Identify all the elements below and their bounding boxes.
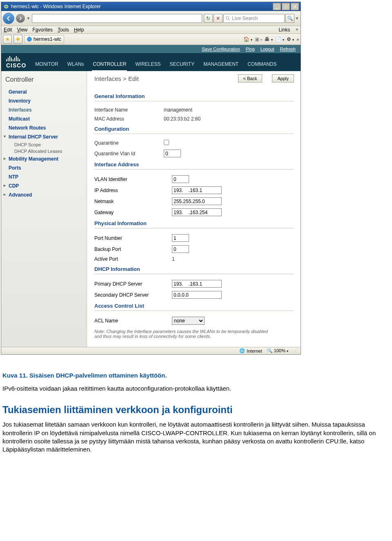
search-input[interactable]: Live Search: [223, 14, 285, 23]
menu-links[interactable]: Links: [278, 27, 290, 33]
menu-edit[interactable]: Edit: [4, 27, 12, 33]
doc-paragraph-1: IPv6-ositteita voidaan jakaa reitittimen…: [2, 385, 390, 393]
section-iface: Interface Address: [94, 161, 294, 170]
tab-monitor[interactable]: MONITOR: [34, 59, 59, 71]
resize-grip-icon[interactable]: ⋰: [293, 348, 298, 353]
page-icon[interactable]: 📄 ▾: [275, 36, 284, 42]
menu-help[interactable]: Help: [74, 27, 84, 33]
section-phys: Physical Information: [94, 220, 294, 228]
tab-controller[interactable]: CONTROLLER: [92, 59, 127, 71]
netmask-input[interactable]: [172, 197, 222, 205]
sidebar-sub-dhcp-scope[interactable]: DHCP Scope: [3, 141, 85, 148]
print-icon[interactable]: 🖶 ▾: [265, 36, 272, 42]
home-icon[interactable]: 🏠 ▾: [243, 36, 252, 42]
menu-favorites[interactable]: Favorites: [33, 27, 53, 33]
sidebar-item-internal-dhcp[interactable]: Internal DHCP Server: [3, 132, 85, 141]
window-title: hermes1-wlc - Windows Internet Explorer: [11, 4, 273, 9]
chevron-right-icon[interactable]: »: [296, 27, 298, 33]
backup-port-input[interactable]: [172, 245, 189, 253]
label-backup-port: Backup Port: [94, 246, 172, 252]
sidebar-item-ports[interactable]: Ports: [3, 163, 85, 172]
add-favorite-icon[interactable]: ✚: [13, 35, 22, 44]
label-secondary-dhcp: Secondary DHCP Server: [94, 292, 172, 298]
zone-label: Internet: [247, 349, 262, 353]
acl-name-select[interactable]: none: [172, 317, 205, 325]
ie-titlebar: hermes1-wlc - Windows Internet Explorer …: [1, 2, 301, 11]
maximize-button[interactable]: □: [282, 3, 290, 10]
menu-tools[interactable]: Tools: [58, 27, 69, 33]
label-quarantine: Quarantine: [94, 140, 164, 146]
label-vlan: VLAN Identifier: [94, 177, 172, 182]
value-active-port: 1: [172, 256, 175, 262]
port-num-input[interactable]: [172, 234, 189, 242]
main-content: Interfaces > Edit < Back Apply General I…: [87, 71, 301, 347]
ip-input[interactable]: [172, 186, 222, 194]
label-primary-dhcp: Primary DHCP Server: [94, 281, 172, 287]
close-button[interactable]: ✕: [291, 3, 299, 10]
logout-link[interactable]: Logout: [261, 47, 274, 51]
sidebar-item-general[interactable]: General: [3, 87, 85, 96]
sidebar-item-network-routes[interactable]: Network Routes: [3, 123, 85, 132]
feeds-icon[interactable]: ▣ ▾: [255, 36, 262, 42]
search-go-button[interactable]: 🔍: [285, 14, 294, 23]
sidebar-item-advanced[interactable]: Advanced: [3, 190, 85, 199]
browser-tab[interactable]: hermes1-wlc: [24, 35, 64, 43]
note-text: Note: Changing the Interface parameters …: [94, 329, 270, 339]
menu-view[interactable]: View: [17, 27, 28, 33]
doc-heading: Tukiasemien liittäminen verkkoon ja konf…: [2, 404, 390, 416]
back-nav-button[interactable]: [3, 13, 14, 24]
tab-commands[interactable]: COMMANDS: [247, 59, 277, 71]
tab-wireless[interactable]: WIRELESS: [134, 59, 161, 71]
forward-nav-button[interactable]: [16, 14, 25, 23]
section-config: Configuration: [94, 126, 294, 134]
tab-wlans[interactable]: WLANs: [67, 59, 85, 71]
zoom-control[interactable]: 🔍 100% ▾: [267, 348, 288, 353]
svg-point-1: [226, 17, 229, 20]
label-quarantine-vlan: Quarantine Vlan Id: [94, 151, 164, 156]
quarantine-vlan-input[interactable]: [164, 150, 181, 157]
sidebar-item-mobility[interactable]: Mobility Management: [3, 154, 85, 163]
tools-icon[interactable]: ⚙ ▾: [287, 36, 294, 42]
nav-dropdown-icon[interactable]: ▼: [27, 16, 30, 20]
value-mac: 00:23:33:b2 2:80: [164, 116, 200, 122]
sidebar-item-inventory[interactable]: Inventory: [3, 96, 85, 105]
back-button[interactable]: < Back: [238, 74, 263, 83]
sidebar-item-multicast[interactable]: Multicast: [3, 114, 85, 123]
label-interface-name: Interface Name: [94, 107, 164, 113]
ie-window: hermes1-wlc - Windows Internet Explorer …: [1, 2, 301, 355]
search-placeholder: Live Search: [232, 16, 258, 21]
search-dropdown-icon[interactable]: ▼: [295, 16, 299, 20]
favorites-star-icon[interactable]: ★: [3, 35, 12, 44]
toolbar-overflow-icon[interactable]: »: [296, 37, 299, 42]
tab-management[interactable]: MANAGEMENT: [203, 59, 239, 71]
cisco-logo: CISCO: [4, 53, 31, 71]
refresh-link[interactable]: Refresh: [280, 47, 296, 51]
stop-icon[interactable]: ✕: [214, 14, 223, 23]
sidebar-item-cdp[interactable]: CDP: [3, 181, 85, 190]
primary-dhcp-input[interactable]: [172, 280, 222, 288]
browser-tab-label: hermes1-wlc: [33, 36, 61, 42]
sidebar-item-ntp[interactable]: NTP: [3, 172, 85, 181]
label-acl-name: ACL Name: [94, 318, 172, 324]
secondary-dhcp-input[interactable]: [172, 291, 222, 299]
sidebar: Controller General Inventory Interfaces …: [1, 71, 87, 347]
address-bar[interactable]: [32, 14, 202, 23]
gateway-input[interactable]: [172, 208, 222, 216]
vlan-input[interactable]: [172, 175, 189, 183]
tab-security[interactable]: SECURITY: [169, 59, 196, 71]
quarantine-checkbox[interactable]: [164, 140, 169, 145]
ie-nav-row: ▼ ↻ ✕ Live Search 🔍 ▼: [1, 11, 301, 26]
refresh-icon[interactable]: ↻: [204, 14, 213, 23]
ie-menubar: Edit View Favorites Tools Help Links »: [1, 26, 301, 34]
sidebar-item-interfaces[interactable]: Interfaces: [3, 105, 85, 114]
save-config-link[interactable]: Save Configuration: [202, 47, 240, 51]
breadcrumb: Interfaces > Edit: [94, 75, 139, 82]
ping-link[interactable]: Ping: [246, 47, 255, 51]
section-general: General Information: [94, 93, 294, 101]
minimize-button[interactable]: _: [273, 3, 281, 10]
svg-point-3: [27, 37, 31, 41]
wlc-header: Save Configuration Ping Logout Refresh C…: [1, 45, 301, 71]
ie-logo-icon: [3, 3, 9, 10]
apply-button[interactable]: Apply: [272, 74, 294, 83]
sidebar-sub-dhcp-alloc[interactable]: DHCP Allocated Leases: [3, 148, 85, 154]
